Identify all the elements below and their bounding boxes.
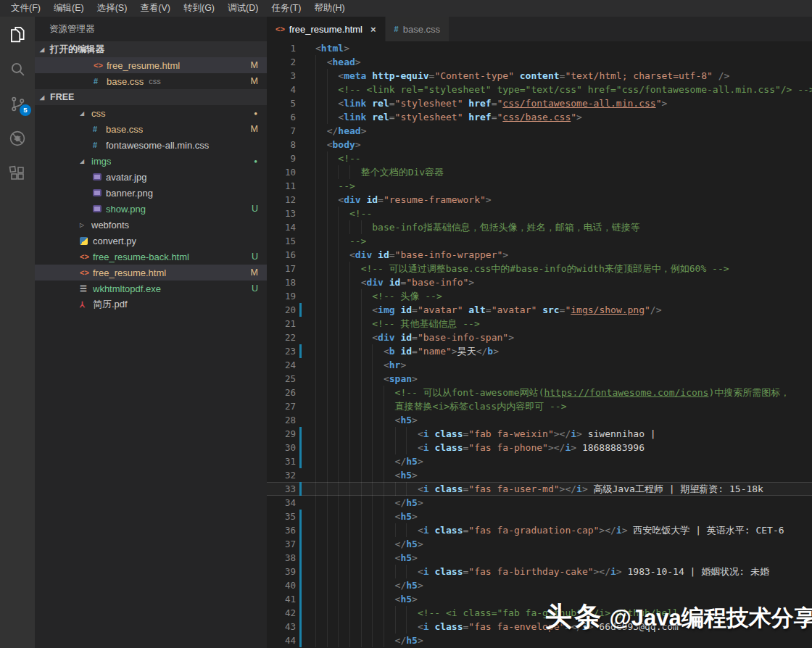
code-line-7[interactable]: 7 </head> xyxy=(267,124,812,138)
file-name: free_resume-back.html xyxy=(93,252,189,262)
watermark-brand: 头条 xyxy=(545,602,603,631)
code-line-10[interactable]: 10 整个文档的Div容器 xyxy=(267,165,812,179)
tab-label: free_resume.html xyxy=(289,24,362,35)
code-line-21[interactable]: 21 <!-- 其他基础信息 --> xyxy=(267,317,812,331)
css-icon: # xyxy=(93,125,106,133)
code-line-8[interactable]: 8 <body> xyxy=(267,138,812,151)
html-icon: <> xyxy=(80,269,93,277)
indent-guide xyxy=(361,606,362,620)
indent-guide xyxy=(395,620,396,634)
line-number: 23 xyxy=(267,344,296,358)
code-line-22[interactable]: 22 <div id="base-info-span"> xyxy=(267,331,812,344)
code-line-28[interactable]: 28 <h5> xyxy=(267,413,812,427)
editor-tab[interactable]: <>free_resume.html× xyxy=(267,17,385,41)
indent-guide xyxy=(372,620,373,634)
workspace-header[interactable]: ◢ FREE xyxy=(35,89,267,105)
menu-item[interactable]: 调试(D) xyxy=(221,0,265,17)
file-row[interactable]: show.pngU xyxy=(35,201,267,217)
indent-guide xyxy=(327,372,328,386)
code-line-31[interactable]: 31 </h5> xyxy=(267,454,812,468)
file-row[interactable]: <>free_resume-back.htmlU xyxy=(35,249,267,265)
code-line-18[interactable]: 18 <div id="base-info"> xyxy=(267,275,812,289)
menu-item[interactable]: 任务(T) xyxy=(265,0,307,17)
indent-guide xyxy=(315,578,316,592)
line-number: 7 xyxy=(267,124,296,138)
extensions-icon[interactable] xyxy=(0,156,35,191)
code-line-5[interactable]: 5 <link rel="stylesheet" href="css/fonta… xyxy=(267,96,812,110)
file-row[interactable]: avatar.jpg xyxy=(35,169,267,185)
code-line-29[interactable]: 29 <i class="fab fa-weixin"></i> siwenni… xyxy=(267,427,812,441)
code-line-4[interactable]: 4 <!-- <link rel="stylesheet" type="text… xyxy=(267,83,812,96)
code-line-44[interactable]: 44 </h5> xyxy=(267,634,812,647)
code-line-40[interactable]: 40 </h5> xyxy=(267,578,812,592)
code-line-12[interactable]: 12 <div id="resume-framework"> xyxy=(267,193,812,207)
code-line-38[interactable]: 38 <h5> xyxy=(267,551,812,565)
menu-item[interactable]: 选择(S) xyxy=(91,0,134,17)
code-line-36[interactable]: 36 <i class="fas fa-graduation-cap"></i>… xyxy=(267,523,812,537)
code-line-30[interactable]: 30 <i class="fas fa-phone"></i> 18688883… xyxy=(267,441,812,454)
menu-item[interactable]: 编辑(E) xyxy=(47,0,91,17)
code-line-34[interactable]: 34 </h5> xyxy=(267,496,812,510)
file-row[interactable]: banner.png xyxy=(35,185,267,201)
code-line-1[interactable]: 1<html> xyxy=(267,41,812,55)
code-line-24[interactable]: 24 <hr> xyxy=(267,358,812,372)
code-line-26[interactable]: 26 <!-- 可以从font-awesome网站(https://fontaw… xyxy=(267,386,812,399)
indent-guide xyxy=(338,496,339,510)
code-line-39[interactable]: 39 <i class="fas fa-birthday-cake"></i> … xyxy=(267,565,812,578)
code-line-13[interactable]: 13 <!-- xyxy=(267,207,812,220)
code-line-11[interactable]: 11 --> xyxy=(267,179,812,193)
folder-row[interactable]: ▷webfonts xyxy=(35,217,267,233)
menu-item[interactable]: 文件(F) xyxy=(4,0,47,17)
line-number: 36 xyxy=(267,523,296,537)
code-line-15[interactable]: 15 --> xyxy=(267,234,812,248)
file-row[interactable]: ⅄简历.pdf xyxy=(35,296,267,312)
file-row[interactable]: <>free_resume.htmlM xyxy=(35,265,267,281)
code-line-2[interactable]: 2 <head> xyxy=(267,55,812,69)
file-row[interactable]: <>free_resume.htmlM xyxy=(35,57,267,73)
file-row[interactable]: convert.py xyxy=(35,233,267,249)
indent-guide xyxy=(361,620,362,634)
file-row[interactable]: #fontawesome-all.min.css xyxy=(35,137,267,153)
code-line-27[interactable]: 27 直接替换<i>标签class内内容即可 --> xyxy=(267,399,812,413)
indent-guide xyxy=(315,220,316,234)
menu-item[interactable]: 转到(G) xyxy=(177,0,221,17)
line-number: 6 xyxy=(267,110,296,124)
indent-guide xyxy=(349,289,350,303)
indent-guide xyxy=(327,262,328,275)
explorer-icon[interactable] xyxy=(0,17,35,51)
close-icon[interactable]: × xyxy=(370,24,376,35)
code-line-37[interactable]: 37 </h5> xyxy=(267,537,812,551)
source-control-icon[interactable]: 5 xyxy=(0,86,35,121)
indent-guide xyxy=(361,468,362,482)
code-line-17[interactable]: 17 <!-- 可以通过调整base.css中的#base-info的width… xyxy=(267,262,812,275)
indent-guide xyxy=(327,620,328,634)
debug-icon[interactable] xyxy=(0,121,35,156)
scm-badge: 5 xyxy=(20,104,31,116)
menu-item[interactable]: 查看(V) xyxy=(133,0,177,17)
file-row[interactable]: ☰wkhtmltopdf.exeU xyxy=(35,281,267,296)
folder-row[interactable]: ◢css● xyxy=(35,105,267,121)
code-line-25[interactable]: 25 <span> xyxy=(267,372,812,386)
file-row[interactable]: #base.csscssM xyxy=(35,73,267,89)
code-line-20[interactable]: 20 <img id="avatar" alt="avatar" src="im… xyxy=(267,303,812,317)
search-icon[interactable] xyxy=(0,51,35,86)
code-line-9[interactable]: 9 <!-- xyxy=(267,151,812,165)
indent-guide xyxy=(338,413,339,427)
code-line-23[interactable]: 23 <b id="name">昊天</b> xyxy=(267,344,812,358)
editor-tab[interactable]: #base.css xyxy=(386,17,449,41)
folder-row[interactable]: ◢imgs● xyxy=(35,153,267,169)
code-line-33[interactable]: 33 <i class="fas fa-user-md"></i> 高级Java… xyxy=(267,482,812,496)
code-line-32[interactable]: 32 <h5> xyxy=(267,468,812,482)
code-line-19[interactable]: 19 <!-- 头像 --> xyxy=(267,289,812,303)
code-line-14[interactable]: 14 base-info指基础信息，包括头像，姓名，邮箱，电话，链接等 xyxy=(267,220,812,234)
code-line-6[interactable]: 6 <link rel="stylesheet" href="css/base.… xyxy=(267,110,812,124)
code-line-16[interactable]: 16 <div id="base-info-wrapper"> xyxy=(267,248,812,262)
file-row[interactable]: #base.cssM xyxy=(35,121,267,137)
menu-item[interactable]: 帮助(H) xyxy=(307,0,351,17)
indent-guide xyxy=(395,523,396,537)
code-line-3[interactable]: 3 <meta http-equiv="Content-type" conten… xyxy=(267,69,812,83)
code-line-35[interactable]: 35 <h5> xyxy=(267,510,812,523)
indent-guide xyxy=(361,510,362,523)
code-area[interactable]: 1<html>2 <head>3 <meta http-equiv="Conte… xyxy=(267,41,812,648)
open-editors-header[interactable]: ◢ 打开的编辑器 xyxy=(35,41,267,57)
